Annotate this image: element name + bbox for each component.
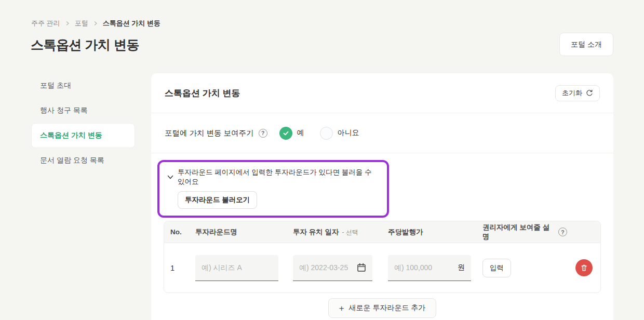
plus-icon: +	[339, 304, 344, 313]
breadcrumb-item-portal[interactable]: 포털	[75, 19, 88, 28]
help-icon[interactable]: ?	[558, 228, 567, 236]
delete-row-button[interactable]	[575, 259, 593, 276]
rounds-table-header: No. 투자라운드명 투자 유치 일자- 선택 주당발행가 권리자에게 보여줄 …	[164, 221, 600, 243]
issue-price-input[interactable]	[388, 263, 458, 272]
header-round-name: 투자라운드명	[195, 228, 293, 237]
header-issue-price: 주당발행가	[388, 228, 482, 237]
reset-button-label: 초기화	[562, 88, 582, 98]
investment-date-field	[293, 255, 372, 281]
page-title: 스톡옵션 가치 변동	[31, 36, 139, 54]
help-icon[interactable]: ?	[259, 129, 267, 138]
header-investment-date: 투자 유치 일자- 선택	[293, 228, 388, 237]
row-number: 1	[164, 264, 195, 272]
visibility-radio-group: 예 아니요	[279, 127, 359, 140]
breadcrumb: 주주 관리 포털 스톡옵션 가치 변동	[31, 19, 160, 28]
header-date-optional: - 선택	[342, 229, 358, 236]
radio-no[interactable]: 아니요	[320, 127, 359, 140]
sidebar: 포털 초대 행사 청구 목록 스톡옵션 가치 변동 문서 열람 요청 목록	[31, 73, 135, 173]
issue-price-field: 원	[388, 255, 471, 281]
chevron-right-icon	[93, 21, 98, 26]
header-no: No.	[164, 228, 195, 236]
refresh-icon	[586, 89, 593, 97]
investment-date-input[interactable]	[293, 263, 355, 272]
calendar-icon[interactable]	[356, 262, 367, 273]
portal-intro-button[interactable]: 포털 소개	[559, 33, 613, 56]
radio-checked-icon	[279, 127, 292, 140]
sidebar-item-exercise-requests[interactable]: 행사 청구 목록	[31, 98, 135, 123]
reset-button[interactable]: 초기화	[555, 85, 600, 101]
chevron-right-icon	[65, 21, 70, 26]
round-name-field	[195, 255, 278, 281]
radio-yes-label: 예	[297, 128, 304, 138]
round-row-1: 1	[164, 243, 600, 292]
header-description: 권리자에게 보여줄 설명 ?	[482, 223, 567, 242]
sidebar-item-label: 문서 열람 요청 목록	[40, 156, 104, 165]
currency-unit-label: 원	[458, 263, 471, 272]
sidebar-item-label: 포털 초대	[40, 81, 71, 90]
breadcrumb-item-shareholders[interactable]: 주주 관리	[31, 19, 60, 28]
import-round-hint: 투자라운드 페이지에서 입력한 투자라운드가 있다면 불러올 수 있어요	[178, 168, 380, 186]
sidebar-item-document-requests[interactable]: 문서 열람 요청 목록	[31, 148, 135, 173]
radio-yes[interactable]: 예	[279, 127, 304, 140]
load-investment-rounds-button[interactable]: 투자라운드 불러오기	[178, 191, 257, 209]
sidebar-item-label: 스톡옵션 가치 변동	[40, 131, 102, 140]
option-value-change-panel: 스톡옵션 가치 변동 초기화 포털에 가치 변동 보여주기 ? 예 아	[151, 73, 613, 320]
sidebar-item-label: 행사 청구 목록	[40, 106, 88, 115]
radio-no-label: 아니요	[338, 128, 359, 138]
radio-unchecked-icon	[320, 127, 333, 140]
rounds-table: No. 투자라운드명 투자 유치 일자- 선택 주당발행가 권리자에게 보여줄 …	[164, 221, 601, 293]
visibility-label: 포털에 가치 변동 보여주기	[165, 128, 254, 138]
panel-title: 스톡옵션 가치 변동	[165, 87, 240, 99]
import-round-toggle[interactable]: 투자라운드 페이지에서 입력한 투자라운드가 있다면 불러올 수 있어요	[167, 168, 380, 186]
panel-header: 스톡옵션 가치 변동 초기화	[151, 73, 613, 113]
chevron-down-icon	[167, 174, 174, 181]
round-name-input[interactable]	[195, 263, 278, 272]
visibility-setting-row: 포털에 가치 변동 보여주기 ? 예 아니요	[151, 113, 613, 153]
header-investment-date-label: 투자 유치 일자	[293, 228, 339, 236]
import-round-section-highlighted: 투자라운드 페이지에서 입력한 투자라운드가 있다면 불러올 수 있어요 투자라…	[157, 160, 389, 218]
header-description-label: 권리자에게 보여줄 설명	[482, 223, 556, 242]
sidebar-item-option-value-change[interactable]: 스톡옵션 가치 변동	[31, 123, 135, 148]
sidebar-item-portal-invite[interactable]: 포털 초대	[31, 73, 135, 98]
trash-icon	[580, 264, 588, 272]
add-new-round-label: 새로운 투자라운드 추가	[349, 303, 426, 313]
add-new-round-button[interactable]: + 새로운 투자라운드 추가	[328, 298, 437, 318]
breadcrumb-item-current: 스톡옵션 가치 변동	[103, 19, 160, 28]
description-enter-button[interactable]: 입력	[482, 259, 511, 277]
